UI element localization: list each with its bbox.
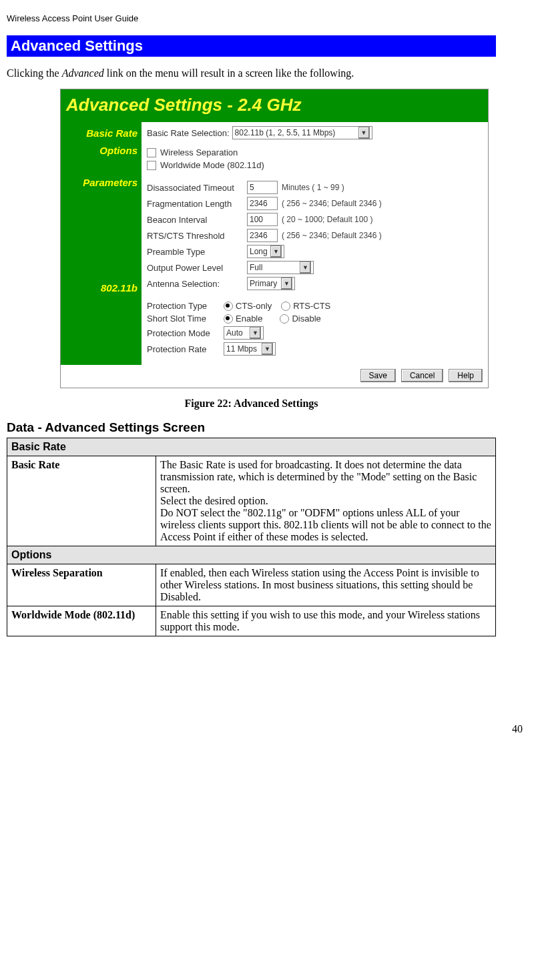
panel-title: Advanced Settings - 2.4 GHz xyxy=(61,89,488,122)
disassoc-timeout-input[interactable]: 5 xyxy=(247,181,278,194)
antenna-selection-label: Antenna Selection: xyxy=(147,279,247,289)
data-table-heading: Data - Advanced Settings Screen xyxy=(7,420,496,435)
short-slot-time-label: Short Slot Time xyxy=(147,314,224,324)
antenna-selection-select[interactable]: Primary ▼ xyxy=(247,277,295,290)
table-desc-basic-rate: The Basic Rate is used for broadcasting.… xyxy=(156,456,496,546)
chevron-down-icon: ▼ xyxy=(262,343,273,355)
protection-type-rts-radio[interactable] xyxy=(281,302,290,311)
table-cat-basic-rate: Basic Rate xyxy=(7,438,496,456)
protection-type-cts-radio[interactable] xyxy=(224,302,233,311)
basic-rate-select[interactable]: 802.11b (1, 2, 5.5, 11 Mbps) ▼ xyxy=(232,126,372,139)
short-slot-enable-radio[interactable] xyxy=(224,314,233,324)
protection-type-label: Protection Type xyxy=(147,301,224,311)
chevron-down-icon: ▼ xyxy=(358,127,370,139)
short-slot-disable-radio[interactable] xyxy=(280,314,289,324)
short-slot-enable-label: Enable xyxy=(236,314,262,324)
disassoc-timeout-label: Disassociated Timeout xyxy=(147,183,247,193)
table-cat-options: Options xyxy=(7,546,496,564)
short-slot-disable-label: Disable xyxy=(292,314,320,324)
left-label-basic-rate: Basic Rate xyxy=(61,127,138,139)
table-row: Wireless Separation If enabled, then eac… xyxy=(7,564,496,606)
output-power-value: Full xyxy=(250,263,262,272)
rts-threshold-hint: ( 256 ~ 2346; Default 2346 ) xyxy=(282,231,382,240)
cancel-button[interactable]: Cancel xyxy=(401,369,443,382)
frag-length-input[interactable]: 2346 xyxy=(247,197,278,210)
basic-rate-label: Basic Rate Selection: xyxy=(147,128,230,138)
intro-post: link on the menu will result in a screen… xyxy=(104,67,354,79)
button-bar: Save Cancel Help xyxy=(61,365,488,388)
figure-caption: Figure 22: Advanced Settings xyxy=(7,398,496,410)
wireless-separation-checkbox[interactable] xyxy=(147,148,156,157)
protection-rate-select[interactable]: 11 Mbps ▼ xyxy=(224,342,276,356)
chevron-down-icon: ▼ xyxy=(270,246,282,258)
basic-rate-value: 802.11b (1, 2, 5.5, 11 Mbps) xyxy=(235,128,336,137)
beacon-interval-input[interactable]: 100 xyxy=(247,213,278,226)
save-button[interactable]: Save xyxy=(360,369,396,382)
panel-left-labels: Basic Rate Options Parameters 802.11b xyxy=(61,122,142,365)
worldwide-mode-label: Worldwide Mode (802.11d) xyxy=(160,160,264,170)
protection-type-rts-label: RTS-CTS xyxy=(293,301,330,311)
preamble-type-select[interactable]: Long ▼ xyxy=(247,245,284,258)
protection-mode-select[interactable]: Auto ▼ xyxy=(224,326,264,340)
table-row: Worldwide Mode (802.11d) Enable this set… xyxy=(7,606,496,636)
left-label-options: Options xyxy=(61,145,138,157)
wireless-separation-label: Wireless Separation xyxy=(160,147,238,157)
worldwide-mode-checkbox[interactable] xyxy=(147,161,156,170)
page-number: 40 xyxy=(0,650,536,735)
rts-threshold-label: RTS/CTS Threshold xyxy=(147,231,247,241)
output-power-select[interactable]: Full ▼ xyxy=(247,261,314,274)
intro-pre: Clicking the xyxy=(7,67,62,79)
disassoc-timeout-hint: Minutes ( 1 ~ 99 ) xyxy=(282,183,344,192)
table-key-wireless-separation: Wireless Separation xyxy=(7,564,156,606)
protection-mode-value: Auto xyxy=(226,328,243,338)
beacon-interval-label: Beacon Interval xyxy=(147,215,247,225)
frag-length-hint: ( 256 ~ 2346; Default 2346 ) xyxy=(282,199,382,208)
preamble-type-label: Preamble Type xyxy=(147,247,247,257)
figure-screenshot: Advanced Settings - 2.4 GHz Basic Rate O… xyxy=(60,89,489,388)
left-label-80211b: 802.11b xyxy=(61,282,138,294)
chevron-down-icon: ▼ xyxy=(300,262,311,274)
table-key-worldwide-mode: Worldwide Mode (802.11d) xyxy=(7,606,156,636)
preamble-type-value: Long xyxy=(250,247,268,256)
rts-threshold-input[interactable]: 2346 xyxy=(247,229,278,242)
table-desc-worldwide-mode: Enable this setting if you wish to use t… xyxy=(156,606,496,636)
panel-right-form: Basic Rate Selection: 802.11b (1, 2, 5.5… xyxy=(142,122,488,365)
section-title-bar: Advanced Settings xyxy=(7,35,496,57)
left-label-parameters: Parameters xyxy=(61,177,138,189)
protection-rate-label: Protection Rate xyxy=(147,344,224,354)
table-desc-wireless-separation: If enabled, then each Wireless station u… xyxy=(156,564,496,606)
help-button[interactable]: Help xyxy=(449,369,483,382)
doc-header: Wireless Access Point User Guide xyxy=(7,13,496,23)
intro-link-word: Advanced xyxy=(62,67,104,79)
data-table: Basic Rate Basic Rate The Basic Rate is … xyxy=(7,438,496,636)
protection-type-cts-label: CTS-only xyxy=(236,301,272,311)
protection-mode-label: Protection Mode xyxy=(147,328,224,338)
table-row: Basic Rate The Basic Rate is used for br… xyxy=(7,456,496,546)
protection-rate-value: 11 Mbps xyxy=(226,344,257,354)
intro-paragraph: Clicking the Advanced link on the menu w… xyxy=(7,67,496,79)
beacon-interval-hint: ( 20 ~ 1000; Default 100 ) xyxy=(282,215,372,224)
frag-length-label: Fragmentation Length xyxy=(147,199,247,209)
antenna-selection-value: Primary xyxy=(250,279,277,288)
table-key-basic-rate: Basic Rate xyxy=(7,456,156,546)
chevron-down-icon: ▼ xyxy=(250,327,261,339)
chevron-down-icon: ▼ xyxy=(281,278,292,290)
output-power-label: Output Power Level xyxy=(147,263,247,273)
